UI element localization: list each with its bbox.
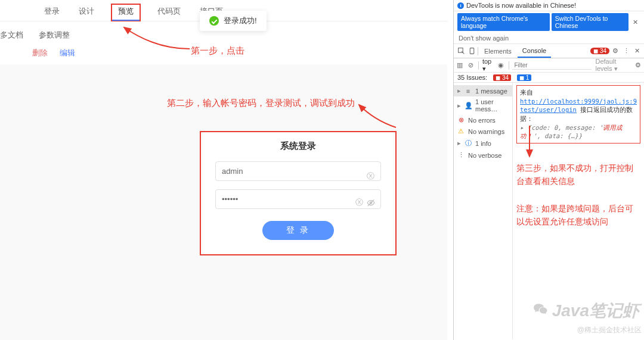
clear-icon[interactable]: ⓧ	[367, 170, 375, 179]
devtools-tabs: Elements Console ◼ 34 ⚙ ⋮ ✕	[454, 44, 644, 58]
password-wrap: ⓧ	[215, 189, 381, 217]
clear-console-icon[interactable]: ⊘	[467, 61, 475, 70]
close-devtools-icon[interactable]: ✕	[632, 46, 642, 56]
sidebar-messages[interactable]: ▸≡1 message	[454, 85, 512, 96]
login-title: 系统登录	[215, 141, 381, 152]
check-icon	[209, 16, 219, 26]
sidebar-toggle-icon[interactable]: ▥	[456, 61, 464, 70]
switch-lang-button[interactable]: Switch DevTools to Chinese	[552, 13, 628, 31]
issues-bar[interactable]: 35 Issues: ◼ 34 ◼ 1	[454, 73, 644, 83]
match-lang-button[interactable]: Always match Chrome's language	[457, 13, 550, 31]
console-toolbar: ▥ ⊘ top ▾ ◉ Default levels ▾ ⚙	[454, 58, 644, 73]
tab-code[interactable]: 代码页	[155, 4, 183, 21]
sidebar-errors[interactable]: ⊗No errors	[454, 114, 512, 126]
console-object[interactable]: ▸ {code: 0, message: '调用成功！', data: {…}}	[520, 123, 637, 141]
inspect-icon[interactable]	[456, 46, 466, 56]
context-selector[interactable]: top ▾	[482, 58, 494, 73]
levels-dropdown[interactable]: Default levels ▾	[595, 58, 630, 73]
watermark-sub: @稀土掘金技术社区	[577, 325, 642, 335]
dont-show-again[interactable]: Don't show again	[454, 33, 644, 44]
wechat-icon	[532, 302, 550, 322]
sidebar-info[interactable]: ▸ⓘ1 info	[454, 137, 512, 149]
error-badge[interactable]: ◼ 34	[590, 48, 609, 54]
eye-icon[interactable]: ◉	[497, 61, 505, 70]
annotation-step1: 第一步，点击	[191, 45, 244, 57]
username-input[interactable]	[215, 161, 381, 181]
arrow-step1	[119, 24, 191, 54]
filter-input[interactable]	[512, 61, 592, 70]
tab-login[interactable]: 登录	[42, 4, 62, 21]
separator	[509, 61, 509, 70]
success-toast: 登录成功!	[200, 11, 267, 31]
issues-label: 35 Issues:	[457, 74, 487, 81]
banner-text: DevTools is now available in Chinese!	[466, 2, 576, 9]
app-area: 登录 设计 预览 代码页 接口页 登录成功! 多文档 参数调整 删除 编辑 第一…	[0, 0, 447, 340]
close-icon[interactable]: ✕	[630, 18, 640, 26]
elements-tab[interactable]: Elements	[479, 45, 516, 57]
devtools-banner: i DevTools is now available in Chinese!	[454, 0, 644, 11]
gear-icon[interactable]: ⚙	[634, 61, 642, 70]
more-icon[interactable]: ⋮	[621, 46, 631, 56]
console-sidebar: ▸≡1 message ▸👤1 user mess… ⊗No errors ⚠N…	[454, 83, 513, 339]
console-tab[interactable]: Console	[518, 45, 551, 58]
arrow-step3	[524, 126, 535, 161]
sidebar-verbose[interactable]: ⋮No verbose	[454, 149, 512, 161]
arrow-step2	[357, 102, 398, 132]
username-wrap: ⓧ	[215, 161, 381, 189]
sidebar-warnings[interactable]: ⚠No warnings	[454, 126, 512, 137]
console-from-label: 来自	[520, 89, 533, 96]
toast-text: 登录成功!	[224, 15, 257, 26]
param-adjust-link[interactable]: 参数调整	[39, 30, 70, 40]
edit-link[interactable]: 编辑	[60, 48, 75, 58]
separator	[478, 47, 478, 55]
clear-icon[interactable]: ⓧ	[355, 197, 363, 208]
svg-rect-3	[470, 48, 474, 54]
watermark-main: Java笔记虾	[532, 300, 639, 322]
console-source-link[interactable]: http://localhost:9999/jaol.js:9	[520, 98, 637, 105]
sidebar-user-messages[interactable]: ▸👤1 user mess…	[454, 96, 512, 114]
device-icon[interactable]	[467, 46, 476, 56]
console-path-link[interactable]: test/user/login	[520, 106, 577, 113]
devtools-panel: i DevTools is now available in Chinese! …	[453, 0, 644, 340]
gear-icon[interactable]: ⚙	[611, 46, 620, 56]
annotation-step3a: 第三步，如果不成功，打开控制台查看相关信息	[516, 161, 640, 188]
info-icon: i	[457, 2, 464, 9]
separator	[478, 61, 479, 70]
issues-red-count: ◼ 34	[493, 74, 511, 81]
login-button[interactable]: 登 录	[262, 221, 334, 240]
eye-icon[interactable]	[367, 198, 375, 207]
devtools-lang-buttons: Always match Chrome's language Switch De…	[454, 11, 644, 33]
issues-blue-count: ◼ 1	[517, 74, 531, 81]
tab-preview[interactable]: 预览	[111, 4, 141, 21]
login-card: 系统登录 ⓧ ⓧ 登 录	[200, 131, 397, 255]
annotation-step2: 第二步，输入帐号密码，登录测试，调试到成功	[167, 98, 355, 109]
more-docs-link[interactable]: 多文档	[0, 30, 23, 40]
tab-design[interactable]: 设计	[76, 4, 97, 21]
annotation-step3b: 注意：如果是跨域问题，后台可以先设置允许任意域访问	[516, 202, 640, 229]
delete-link[interactable]: 删除	[32, 48, 48, 58]
